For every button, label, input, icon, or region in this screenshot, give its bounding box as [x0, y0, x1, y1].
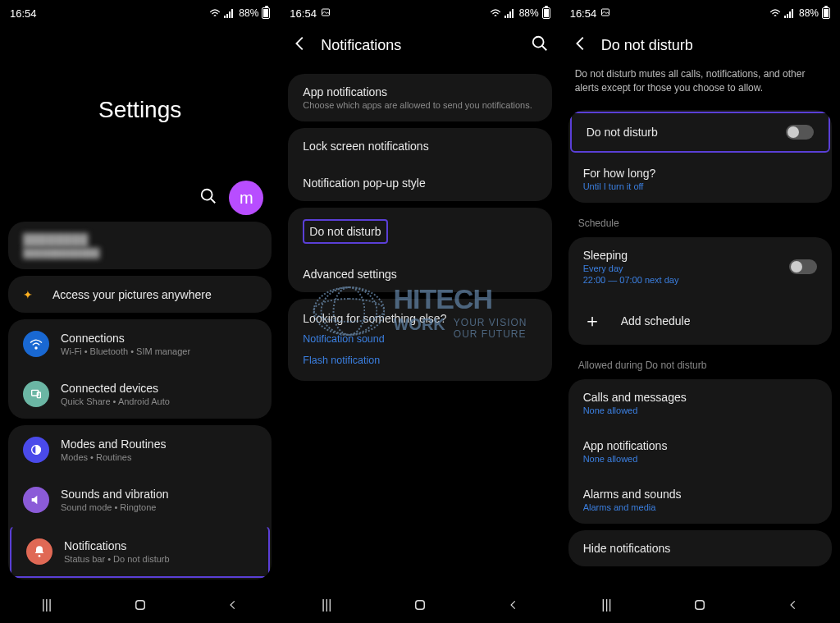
account-row[interactable]: ████████ ████████████: [8, 222, 272, 269]
sleeping-toggle[interactable]: [789, 259, 817, 274]
banner-row[interactable]: ✦ Access your pictures anywhere: [8, 276, 272, 313]
back-icon[interactable]: [291, 34, 309, 56]
wifi-icon: [490, 8, 501, 18]
dnd-row[interactable]: Do not disturb: [288, 208, 551, 255]
settings-group-2: Modes and Routines Modes • Routines Soun…: [8, 425, 272, 579]
back-button[interactable]: [224, 596, 242, 614]
back-icon[interactable]: [572, 34, 590, 56]
modes-icon: [23, 437, 49, 463]
home-button[interactable]: [411, 596, 429, 614]
dnd-description: Do not disturb mutes all calls, notifica…: [560, 67, 840, 103]
back-button[interactable]: [784, 596, 802, 614]
svg-rect-11: [135, 601, 144, 610]
lock-screen-row[interactable]: Lock screen notifications: [288, 128, 551, 164]
search-icon[interactable]: [531, 34, 549, 56]
dnd-toggle-row[interactable]: Do not disturb: [570, 112, 830, 153]
notif-group-2: Lock screen notifications Notification p…: [288, 128, 551, 201]
looking-card: Looking for something else? Notification…: [288, 299, 551, 381]
recents-button[interactable]: |||: [38, 596, 56, 614]
sleeping-row[interactable]: Sleeping Every day 22:00 — 07:00 next da…: [568, 237, 832, 296]
status-right: 88%: [209, 7, 270, 19]
connected-devices-row[interactable]: Connected devices Quick Share • Android …: [8, 369, 272, 419]
svg-rect-1: [226, 14, 228, 18]
devices-icon: [23, 381, 49, 407]
alarms-row[interactable]: Alarms and sounds Alarms and media: [568, 475, 832, 524]
how-long-row[interactable]: For how long? Until I turn it off: [568, 154, 832, 203]
app-notif-row[interactable]: App notifications None allowed: [568, 427, 832, 475]
dnd-toggle[interactable]: [786, 125, 814, 140]
picture-icon: [321, 7, 331, 17]
sparkle-icon: ✦: [23, 288, 33, 301]
status-bar: 16:54 88%: [280, 0, 559, 23]
recents-button[interactable]: |||: [598, 596, 616, 614]
avatar[interactable]: m: [229, 181, 263, 215]
svg-rect-15: [509, 11, 511, 18]
nav-bar: |||: [280, 587, 559, 623]
looking-title: Looking for something else?: [303, 312, 536, 325]
settings-group-1: Connections Wi-Fi • Bluetooth • SIM mana…: [8, 319, 272, 419]
picture-icon: [600, 7, 610, 17]
svg-point-17: [532, 37, 543, 48]
svg-rect-21: [784, 16, 786, 18]
back-button[interactable]: [504, 596, 523, 614]
svg-rect-14: [507, 14, 509, 18]
svg-rect-23: [789, 11, 791, 18]
header: Do not disturb: [560, 23, 840, 67]
add-schedule-row[interactable]: ＋ Add schedule: [568, 296, 832, 345]
svg-rect-3: [231, 9, 233, 18]
modes-row[interactable]: Modes and Routines Modes • Routines: [8, 425, 272, 474]
notification-sound-link[interactable]: Notification sound: [303, 333, 536, 345]
allowed-header: Allowed during Do not disturb: [560, 351, 840, 373]
connections-row[interactable]: Connections Wi-Fi • Bluetooth • SIM mana…: [8, 319, 272, 369]
svg-rect-19: [416, 601, 425, 610]
svg-rect-24: [792, 9, 793, 18]
svg-line-18: [541, 46, 546, 51]
home-button[interactable]: [691, 596, 709, 614]
status-right: 88%: [769, 7, 830, 19]
schedule-group: Sleeping Every day 22:00 — 07:00 next da…: [568, 237, 832, 345]
wifi-icon: [209, 8, 221, 18]
svg-point-6: [35, 347, 37, 349]
battery-icon: [822, 7, 830, 19]
svg-line-5: [211, 199, 216, 204]
sounds-row[interactable]: Sounds and vibration Sound mode • Ringto…: [8, 474, 272, 525]
status-time: 16:54: [290, 7, 331, 20]
flash-notification-link[interactable]: Flash notification: [303, 355, 536, 366]
home-button[interactable]: [131, 596, 149, 614]
svg-rect-22: [787, 14, 788, 18]
schedule-header: Schedule: [560, 209, 840, 231]
popup-style-row[interactable]: Notification pop-up style: [288, 164, 551, 201]
nav-bar: |||: [560, 587, 840, 623]
battery-icon: [262, 7, 270, 19]
wifi-icon: [769, 8, 781, 18]
allowed-group: Calls and messages None allowed App noti…: [568, 379, 832, 524]
wifi-circle-icon: [23, 331, 49, 357]
page-title: Do not disturb: [601, 37, 829, 54]
sound-icon: [23, 487, 49, 513]
battery-pct: 88%: [799, 7, 819, 19]
status-bar: 16:54 88%: [560, 0, 840, 23]
svg-rect-0: [224, 16, 226, 18]
svg-rect-2: [229, 11, 231, 18]
status-right: 88%: [490, 7, 550, 19]
svg-point-10: [39, 555, 41, 557]
signal-icon: [504, 8, 516, 18]
recents-button[interactable]: |||: [317, 596, 336, 614]
app-notifications-row[interactable]: App notifications Choose which apps are …: [288, 74, 551, 121]
hide-notifications-row[interactable]: Hide notifications: [568, 530, 832, 566]
status-time: 16:54: [10, 7, 37, 20]
search-icon[interactable]: [199, 187, 217, 208]
bell-icon: [26, 538, 52, 565]
page-title: Notifications: [321, 37, 518, 54]
svg-rect-25: [696, 601, 705, 610]
notifications-row[interactable]: Notifications Status bar • Do not distur…: [10, 526, 270, 578]
plus-icon: ＋: [583, 309, 601, 333]
nav-bar: |||: [0, 587, 280, 623]
notifications-panel: 16:54 88% Notifications App notification…: [280, 0, 559, 623]
signal-icon: [784, 8, 796, 18]
calls-row[interactable]: Calls and messages None allowed: [568, 379, 832, 427]
status-bar: 16:54 88%: [0, 0, 280, 23]
advanced-row[interactable]: Advanced settings: [288, 255, 551, 292]
header: Notifications: [280, 23, 559, 67]
svg-point-4: [202, 190, 212, 200]
